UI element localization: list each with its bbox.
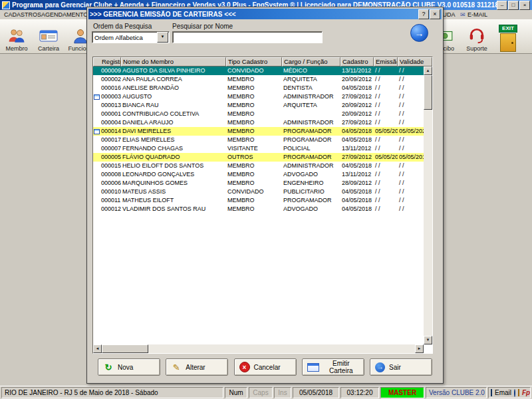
cell: / / (398, 118, 424, 127)
table-row[interactable]: 000011MATHEUS EILOFTMEMBROPROGRAMADOR04/… (93, 196, 424, 205)
table-row[interactable]: 000002ANA PAULA CORREAMEMBROARQUITETA20/… (93, 75, 424, 84)
table-body: 000009AGUSTO DA SILVA PINHEIROCONVIDADOM… (93, 66, 424, 344)
menu-email[interactable]: E-MAIL (467, 11, 487, 18)
scroll-down-icon[interactable]: ▼ (424, 336, 432, 344)
status-email-label[interactable]: Email (495, 388, 511, 397)
cell: / / (398, 205, 424, 213)
cell: 28/09/2012 (340, 179, 374, 188)
search-go-button[interactable]: → (410, 24, 428, 42)
toolbar-suporte-button[interactable]: Suporte (462, 21, 492, 52)
scroll-right-icon[interactable]: ► (415, 344, 424, 353)
nova-button[interactable]: ↻ Nova (98, 358, 160, 376)
cancelar-button[interactable]: × Cancelar (234, 358, 297, 376)
maximize-button[interactable]: □ (508, 1, 519, 10)
cell: 20/09/2012 (340, 75, 374, 84)
table-row[interactable]: 000017ELIAS MEIRELLESMEMBROPROGRAMADOR04… (93, 136, 424, 144)
sair-button[interactable]: → Sair (370, 358, 432, 376)
cell: / / (374, 92, 398, 101)
cell: 000013 (100, 101, 121, 110)
order-select-value: Ordem Alfabetica (92, 34, 157, 41)
cell: 27/09/2012 (340, 118, 374, 127)
menu-cadastros[interactable]: CADASTROS (4, 11, 41, 18)
column-header[interactable]: Cargo / Função (282, 57, 340, 66)
column-header[interactable]: Cadastro (340, 57, 374, 66)
column-header[interactable]: Nome do Membro (121, 57, 226, 66)
table-row[interactable]: 000006MARQUINHOS GOMESMEMBROENGENHEIRO28… (93, 179, 424, 188)
table-row[interactable]: 000014DAVI MEIRELLESMEMBROPROGRAMADOR04/… (93, 127, 424, 136)
cell: DANIELA ARAUJO (121, 118, 226, 127)
dialog-title: >>> GERENCIA EMISSÃO DE CARTEIRAS <<< (90, 11, 418, 18)
table-row[interactable]: 000013BIANCA RAUMEMBROARQUITETA20/09/201… (93, 101, 424, 110)
cell: 05/05/2019 (398, 153, 424, 162)
cell: / / (374, 101, 398, 110)
alterar-button[interactable]: ✎ Alterar (166, 358, 228, 376)
vertical-scrollbar[interactable]: ▲ ▼ (424, 66, 432, 344)
cell: 27/09/2012 (340, 92, 374, 101)
cell: CONVIDADO (226, 188, 282, 196)
table-row[interactable]: 000012VLADIMIR DOS SANTOS RAUMEMBROADVOG… (93, 205, 424, 213)
column-header[interactable]: Validade (398, 57, 432, 66)
cell: ADVOGADO (282, 205, 340, 213)
vertical-scroll-thumb[interactable] (424, 75, 432, 110)
status-time: 03:12:20 (340, 387, 379, 398)
table-row[interactable]: 000001CONTRIBUICAO COLETIVAMEMBRO20/09/2… (93, 110, 424, 118)
id-card-icon (39, 27, 58, 45)
cell: / / (374, 136, 398, 144)
cell: / / (374, 179, 398, 188)
column-header[interactable]: Tipo Cadastro (226, 57, 282, 66)
button-label: Nova (118, 364, 133, 371)
toolbar-membro-button[interactable]: Membro (1, 21, 32, 52)
order-select[interactable]: Ordem Alfabetica ▼ (92, 31, 170, 43)
cell: 000005 (100, 153, 121, 162)
table-row[interactable]: 000007FERNANDO CHAGASVISITANTEPOLICIAL13… (93, 144, 424, 153)
cell: / / (374, 196, 398, 205)
emitir-carteira-button[interactable]: Emitir Carteira (302, 358, 364, 376)
cell: / / (374, 110, 398, 118)
table-row[interactable]: 000003AUGUSTOMEMBROADMINISTRADOR27/09/20… (93, 92, 424, 101)
menu-agendamento[interactable]: AGENDAMENTO (41, 11, 88, 18)
cell: MEMBRO (226, 110, 282, 118)
members-icon (8, 27, 25, 45)
cell: FLÁVIO QUADRADO (121, 153, 226, 162)
row-state-cell (93, 196, 100, 205)
cell: / / (398, 92, 424, 101)
dialog-help-button[interactable]: ? (418, 9, 429, 19)
button-label: Sair (389, 364, 401, 371)
envelope-icon: ✉ (460, 11, 466, 18)
cell: ADMINISTRADOR (282, 162, 340, 170)
close-button[interactable]: × (519, 1, 530, 10)
table-row[interactable]: 000005FLÁVIO QUADRADOOUTROSPROGRAMADOR27… (93, 153, 424, 162)
cell: 04/05/2018 (340, 127, 374, 136)
row-state-cell (93, 136, 100, 144)
horizontal-scrollbar[interactable]: ◄ ► (93, 344, 424, 353)
cell: VLADIMIR DOS SANTOS RAU (121, 205, 226, 213)
toolbar-exit-button[interactable]: EXIT (495, 21, 521, 52)
table-row[interactable]: 000009AGUSTO DA SILVA PINHEIROCONVIDADOM… (93, 66, 424, 75)
chevron-down-icon[interactable]: ▼ (157, 32, 168, 43)
horizontal-scroll-thumb[interactable] (102, 344, 148, 353)
cell: / / (374, 188, 398, 196)
table-row[interactable]: 000008LEONARDO GONÇALVESMEMBROADVOGADO13… (93, 170, 424, 179)
minimize-button[interactable]: – (497, 1, 507, 10)
toolbar-carteira-button[interactable]: Carteira (33, 21, 64, 52)
scroll-up-icon[interactable]: ▲ (424, 66, 432, 75)
cell (282, 110, 340, 118)
card-photo-icon (94, 94, 100, 100)
toolbar-label: Carteira (38, 45, 59, 52)
table-row[interactable]: 000016ANELISE BRANDÃOMEMBRODENTISTA04/05… (93, 84, 424, 92)
scroll-left-icon[interactable]: ◄ (93, 344, 102, 353)
cell: / / (374, 205, 398, 213)
column-header[interactable]: Emissão (374, 57, 398, 66)
cell: MEMBRO (226, 179, 282, 188)
table-row[interactable]: 000010MATEUS ASSISCONVIDADOPUBLICITARIO0… (93, 188, 424, 196)
cell: ELIAS MEIRELLES (121, 136, 226, 144)
cell: PROGRAMADOR (282, 127, 340, 136)
column-header[interactable]: Registro (93, 57, 121, 66)
search-input[interactable] (172, 31, 323, 43)
dialog-titlebar[interactable]: >>> GERENCIA EMISSÃO DE CARTEIRAS <<< ? … (88, 9, 442, 19)
dialog-close-button[interactable]: × (430, 9, 440, 19)
cell: MÉDICO (282, 66, 340, 75)
table-row[interactable]: 000004DANIELA ARAUJOMEMBROADMINISTRADOR2… (93, 118, 424, 127)
table-row[interactable]: 000015HELIO EILOFT DOS SANTOSMEMBROADMIN… (93, 162, 424, 170)
cell: / / (374, 144, 398, 153)
